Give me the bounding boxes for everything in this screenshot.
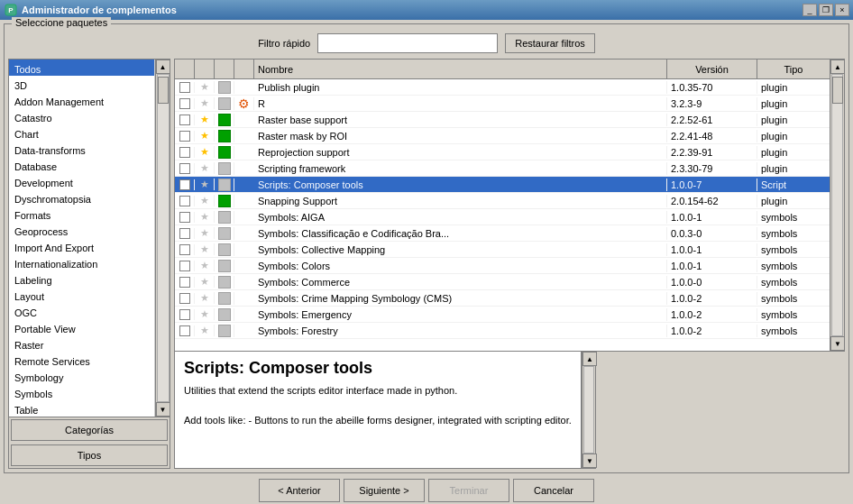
row-favorite[interactable]: ★ — [195, 130, 215, 142]
table-row[interactable]: ★Symbols: Collective Mapping1.0.0-1symbo… — [175, 242, 830, 258]
table-row[interactable]: ★Scripts: Composer tools1.0.0-7Script — [175, 177, 830, 193]
row-checkbox[interactable] — [175, 163, 195, 174]
table-row[interactable]: ★Scripting framework2.3.30-79plugin — [175, 160, 830, 177]
detail-scroll-down[interactable]: ▼ — [582, 454, 597, 468]
row-favorite[interactable]: ★ — [195, 308, 215, 320]
sidebar-item[interactable]: Formats — [9, 206, 154, 222]
sidebar-item[interactable]: Labeling — [9, 270, 154, 287]
row-checkbox[interactable] — [175, 131, 195, 142]
types-button[interactable]: Tipos — [11, 444, 168, 466]
restore-button[interactable]: ❐ — [819, 4, 833, 16]
row-name: Symbols: Emergency — [254, 308, 667, 321]
row-favorite[interactable]: ★ — [195, 276, 215, 288]
table-row[interactable]: ★⚙R3.2.3-9plugin — [175, 96, 830, 112]
row-favorite[interactable]: ★ — [195, 81, 215, 93]
row-favorite[interactable]: ★ — [195, 292, 215, 304]
table-row[interactable]: ★Symbols: Colors1.0.0-1symbols — [175, 258, 830, 274]
sidebar-item[interactable]: 3D — [9, 76, 154, 92]
table-scroll-up[interactable]: ▲ — [830, 60, 845, 74]
sidebar-list: Todos3DAddon ManagementCatastroChartData… — [9, 60, 155, 417]
row-checkbox[interactable] — [175, 115, 195, 125]
row-favorite[interactable]: ★ — [195, 325, 215, 336]
sidebar-item[interactable]: OGC — [9, 303, 154, 319]
sidebar-item[interactable]: Import And Export — [9, 238, 154, 254]
sidebar-item[interactable]: Catastro — [9, 108, 154, 124]
row-checkbox[interactable] — [175, 277, 195, 288]
sidebar-item[interactable]: Raster — [9, 335, 154, 352]
table-row[interactable]: ★Symbols: Forestry1.0.0-2symbols — [175, 323, 830, 339]
row-checkbox[interactable] — [175, 228, 195, 239]
row-favorite[interactable]: ★ — [195, 162, 215, 174]
row-checkbox[interactable] — [175, 293, 195, 304]
row-favorite[interactable]: ★ — [195, 243, 215, 255]
row-status — [215, 243, 234, 256]
row-favorite[interactable]: ★ — [195, 195, 215, 206]
sidebar-item[interactable]: Portable View — [9, 319, 154, 335]
prev-button[interactable]: < Anterior — [259, 479, 340, 502]
row-checkbox[interactable] — [175, 309, 195, 320]
row-checkbox[interactable] — [175, 212, 195, 223]
row-checkbox[interactable] — [175, 82, 195, 93]
sidebar-item[interactable]: Chart — [9, 124, 154, 141]
sidebar-item[interactable]: Geoprocess — [9, 222, 154, 238]
row-checkbox[interactable] — [175, 196, 195, 206]
table-row[interactable]: ★Snapping Support2.0.154-62plugin — [175, 193, 830, 209]
row-type: symbols — [757, 292, 830, 305]
detail-scroll-track[interactable] — [583, 366, 594, 454]
sidebar-item[interactable]: Symbols — [9, 384, 154, 400]
row-favorite[interactable]: ★ — [195, 211, 215, 223]
row-checkbox[interactable] — [175, 261, 195, 271]
row-checkbox[interactable] — [175, 244, 195, 255]
cancel-button[interactable]: Cancelar — [513, 479, 594, 502]
next-button[interactable]: Siguiente > — [344, 479, 425, 502]
sidebar-scroll-down[interactable]: ▼ — [156, 402, 170, 417]
sidebar-item[interactable]: Dyschromatopsia — [9, 189, 154, 206]
row-checkbox[interactable] — [175, 179, 195, 190]
table-scroll-track[interactable] — [831, 74, 843, 336]
finish-button[interactable]: Terminar — [428, 479, 509, 502]
sidebar-item[interactable]: Internationalization — [9, 254, 154, 270]
table-row[interactable]: ★Symbols: AIGA1.0.0-1symbols — [175, 209, 830, 225]
table-row[interactable]: ★Raster base support2.2.52-61plugin — [175, 112, 830, 128]
table-row[interactable]: ★Reprojection support2.2.39-91plugin — [175, 144, 830, 160]
row-favorite[interactable]: ★ — [195, 97, 215, 109]
sidebar-item[interactable]: Todos — [9, 60, 154, 76]
minimize-button[interactable]: _ — [803, 4, 817, 16]
row-checkbox[interactable] — [175, 98, 195, 109]
sidebar-item[interactable]: Table — [9, 400, 154, 417]
row-version: 3.2.3-9 — [667, 97, 757, 110]
table-row[interactable]: ★Symbols: Crime Mapping Symbology (CMS)1… — [175, 290, 830, 307]
categories-button[interactable]: Categorías — [11, 419, 168, 441]
sidebar-item[interactable]: Remote Services — [9, 352, 154, 368]
table-row[interactable]: ★Symbols: Classificação e Codificação Br… — [175, 225, 830, 242]
table-scroll-down[interactable]: ▼ — [830, 336, 845, 351]
row-version: 1.0.0-1 — [667, 260, 757, 272]
sidebar-item[interactable]: Symbology — [9, 368, 154, 384]
row-checkbox[interactable] — [175, 325, 195, 336]
sidebar-item[interactable]: Database — [9, 157, 154, 173]
filter-input[interactable] — [317, 33, 498, 53]
sidebar-item[interactable]: Development — [9, 173, 154, 189]
row-favorite[interactable]: ★ — [195, 146, 215, 158]
sidebar-scroll-track[interactable] — [157, 74, 170, 402]
reset-filters-button[interactable]: Restaurar filtros — [505, 33, 595, 53]
row-name: Symbols: AIGA — [254, 211, 667, 224]
table-row[interactable]: ★Raster mask by ROI2.2.41-48plugin — [175, 128, 830, 144]
row-favorite[interactable]: ★ — [195, 114, 215, 125]
detail-scroll-up[interactable]: ▲ — [582, 352, 597, 366]
table-row[interactable]: ★Symbols: Commerce1.0.0-0symbols — [175, 274, 830, 290]
row-favorite[interactable]: ★ — [195, 260, 215, 271]
table-wrapper: Nombre Versión Tipo ★Publish plugin1.0.3… — [174, 59, 845, 352]
sidebar-item[interactable]: Layout — [9, 287, 154, 303]
table-row[interactable]: ★Symbols: Emergency1.0.0-2symbols — [175, 307, 830, 323]
row-name: Publish plugin — [254, 81, 667, 94]
row-favorite[interactable]: ★ — [195, 179, 215, 190]
close-button[interactable]: × — [835, 4, 849, 16]
sidebar-item[interactable]: Data-transforms — [9, 141, 154, 157]
row-checkbox[interactable] — [175, 147, 195, 158]
row-favorite[interactable]: ★ — [195, 227, 215, 239]
table-row[interactable]: ★Publish plugin1.0.35-70plugin — [175, 79, 830, 96]
row-type: symbols — [757, 308, 830, 321]
sidebar-item[interactable]: Addon Management — [9, 92, 154, 108]
sidebar-scroll-up[interactable]: ▲ — [156, 60, 170, 74]
